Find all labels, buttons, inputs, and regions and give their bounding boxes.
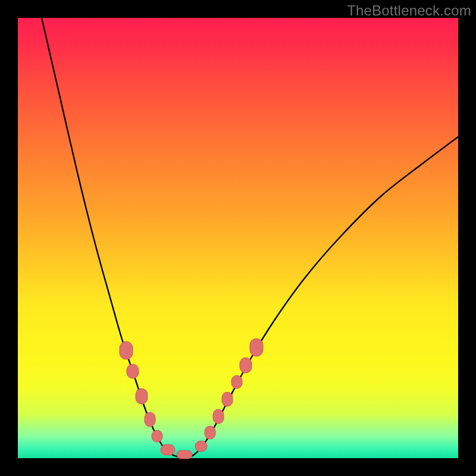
bottleneck-curve [42,18,458,458]
curve-marker [120,342,133,359]
curve-marker [161,444,175,455]
chart-svg [18,18,458,458]
curve-marker [250,339,263,356]
curve-marker [213,409,224,424]
curve-marker [231,375,242,389]
curve-marker [177,450,192,459]
curve-marker [205,426,215,439]
curve-marker [195,441,207,452]
curve-marker [145,412,155,427]
curve-markers [120,339,263,459]
curve-marker [127,364,139,378]
curve-marker [222,392,233,406]
curve-marker [240,358,252,373]
curve-marker [152,430,162,442]
watermark-text: TheBottleneck.com [347,2,471,19]
outer-frame: TheBottleneck.com [0,0,476,476]
curve-marker [136,389,148,404]
